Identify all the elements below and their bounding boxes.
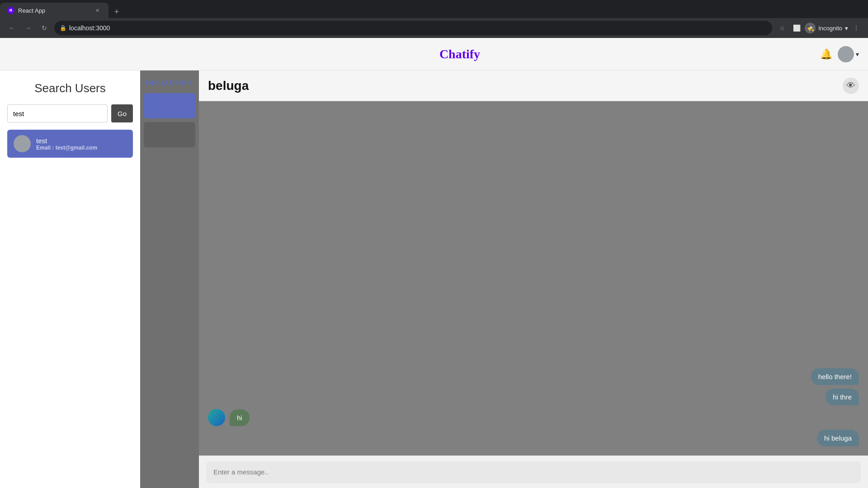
toolbar-actions: ☆ ⬜ 🕵 Incognito ▾ ⋮	[776, 22, 863, 34]
chat-header: beluga 👁	[199, 70, 868, 101]
message-sent-3: hi beluga	[817, 430, 859, 446]
messages-spacer	[208, 110, 859, 365]
tab-title: React App	[18, 7, 90, 14]
message-sent-2: hi thre	[826, 389, 859, 405]
messages-area: hello there! hi thre	[199, 101, 868, 455]
more-button[interactable]: ⋮	[850, 22, 863, 34]
incognito-avatar: 🕵	[805, 23, 816, 33]
user-result-email: Email : test@gmail.com	[36, 145, 97, 151]
active-tab[interactable]: R React App ✕	[0, 3, 108, 18]
sidebar-title: Search Users	[7, 81, 133, 95]
incognito-chevron: ▾	[845, 25, 848, 32]
message-sent-1: hello there!	[811, 368, 859, 385]
message-received-1: hi	[230, 409, 250, 426]
search-input[interactable]	[7, 104, 108, 122]
extensions-button[interactable]: ⬜	[790, 22, 803, 34]
app-logo: Chatify	[439, 47, 480, 61]
app-content: Chatify 🔔 ▾ Search Users Go	[0, 38, 868, 488]
user-result-info: test Email : test@gmail.com	[36, 137, 97, 151]
avatar	[838, 46, 854, 62]
group-chat-button[interactable]: Group Chat +	[140, 74, 199, 91]
chat-list-item-2[interactable]	[144, 122, 195, 147]
incognito-label: Incognito	[818, 25, 842, 32]
message-input-area	[199, 455, 868, 488]
browser-chrome: R React App ✕ + ← → ↻ 🔒 localhost:3000 ☆…	[0, 0, 868, 488]
group-chat-label: Group Chat	[146, 79, 185, 87]
svg-point-0	[208, 409, 225, 426]
tab-bar: R React App ✕ +	[0, 0, 868, 18]
reload-button[interactable]: ↻	[38, 22, 51, 34]
chat-area: Group Chat + beluga 👁	[140, 70, 868, 488]
header-actions: 🔔 ▾	[820, 46, 859, 62]
incognito-menu[interactable]: 🕵 Incognito ▾	[805, 23, 848, 33]
chat-panel: beluga 👁 hello there! hi thre	[199, 70, 868, 488]
user-result-item[interactable]: test Email : test@gmail.com	[7, 130, 133, 158]
message-received-row-1: hi	[208, 409, 250, 426]
user-menu[interactable]: ▾	[838, 46, 859, 62]
email-value: test@gmail.com	[56, 145, 97, 151]
received-avatar	[208, 409, 225, 426]
tab-favicon: R	[7, 7, 14, 14]
chat-list-strip: Group Chat +	[140, 70, 199, 488]
email-label: Email :	[36, 145, 54, 151]
bookmark-button[interactable]: ☆	[776, 22, 788, 34]
chevron-down-icon: ▾	[856, 51, 859, 58]
address-bar[interactable]: 🔒 localhost:3000	[54, 21, 772, 35]
chat-name: beluga	[208, 79, 249, 93]
go-button[interactable]: Go	[111, 104, 133, 122]
user-result-avatar	[14, 135, 31, 152]
sidebar: Search Users Go test Email : test@gmail.…	[0, 70, 140, 488]
url-text: localhost:3000	[69, 24, 110, 32]
search-row: Go	[7, 104, 133, 122]
main-layout: Search Users Go test Email : test@gmail.…	[0, 70, 868, 488]
tab-close-button[interactable]: ✕	[93, 6, 101, 14]
user-result-name: test	[36, 137, 97, 145]
eye-icon[interactable]: 👁	[843, 78, 859, 94]
new-tab-button[interactable]: +	[110, 5, 123, 18]
message-input[interactable]	[206, 461, 861, 483]
back-button[interactable]: ←	[5, 22, 18, 34]
forward-button[interactable]: →	[22, 22, 34, 34]
browser-toolbar: ← → ↻ 🔒 localhost:3000 ☆ ⬜ 🕵 Incognito ▾…	[0, 18, 868, 38]
group-chat-plus-icon: +	[188, 79, 192, 87]
app-header: Chatify 🔔 ▾	[0, 38, 868, 70]
notification-bell-icon[interactable]: 🔔	[820, 48, 832, 60]
chat-list-item-1[interactable]	[144, 93, 195, 118]
lock-icon: 🔒	[60, 25, 66, 31]
